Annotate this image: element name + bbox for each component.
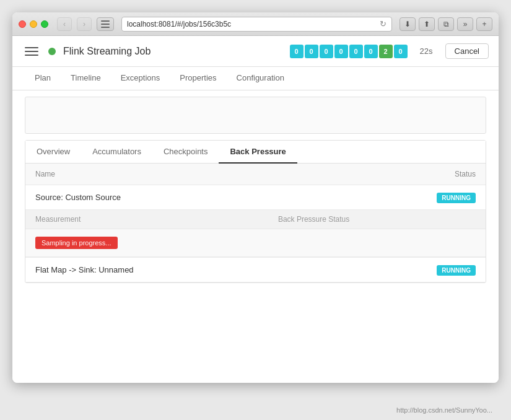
- sub-panel: OverviewAccumulatorsCheckpointsBack Pres…: [25, 140, 486, 283]
- maximize-button[interactable]: [41, 20, 48, 28]
- status-badge-6: 2: [379, 45, 393, 58]
- refresh-button[interactable]: ↻: [380, 19, 387, 28]
- svg-rect-0: [101, 20, 110, 22]
- data-table: Name Status Source: Custom Source RUNNIN…: [25, 164, 486, 282]
- back-pressure-status-cell: [268, 229, 486, 257]
- status-badge-2: 0: [320, 45, 333, 58]
- table-header-row: Name Status: [25, 164, 486, 185]
- inner-table-row: Sampling in progress...: [25, 229, 486, 257]
- hamburger-menu-button[interactable]: [22, 42, 41, 61]
- sub-tabs: OverviewAccumulatorsCheckpointsBack Pres…: [25, 141, 486, 164]
- sidebar-toggle-button[interactable]: [97, 17, 114, 31]
- browser-content: Flink Streaming Job 00000020 22s Cancel …: [12, 36, 499, 383]
- close-button[interactable]: [19, 20, 26, 28]
- svg-rect-2: [101, 27, 110, 28]
- browser-titlebar: ‹ › localhost:8081/#/jobs/156c3b5c ↻ ⬇ ⬆…: [12, 12, 499, 36]
- inner-column-header: Back Pressure Status: [268, 210, 486, 229]
- browser-actions: ⬇ ⬆ ⧉ » +: [400, 17, 492, 31]
- nav-tab-exceptions[interactable]: Exceptions: [111, 67, 170, 90]
- table-row[interactable]: Source: Custom Source RUNNING: [25, 185, 486, 210]
- status-badge-0: 0: [290, 45, 304, 58]
- expanded-cell: MeasurementBack Pressure Status Sampling…: [25, 210, 486, 258]
- name-column-header: Name: [25, 164, 333, 185]
- inner-column-header: Measurement: [25, 210, 268, 229]
- status-column-header: Status: [333, 164, 486, 185]
- running-badge: RUNNING: [437, 193, 476, 203]
- minimize-button[interactable]: [30, 20, 37, 28]
- row-status: RUNNING: [333, 258, 486, 282]
- browser-window: ‹ › localhost:8081/#/jobs/156c3b5c ↻ ⬇ ⬆…: [12, 12, 499, 383]
- status-badges: 00000020: [290, 45, 408, 58]
- expanded-row: MeasurementBack Pressure Status Sampling…: [25, 210, 486, 258]
- status-badge-5: 0: [364, 45, 378, 58]
- back-button[interactable]: ‹: [57, 17, 72, 31]
- nav-tab-plan[interactable]: Plan: [25, 67, 61, 90]
- sub-tab-checkpoints[interactable]: Checkpoints: [152, 141, 219, 164]
- share-button[interactable]: ⬆: [419, 17, 435, 31]
- status-badge-7: 0: [394, 45, 408, 58]
- app-header: Flink Streaming Job 00000020 22s Cancel: [12, 36, 499, 67]
- running-badge: RUNNING: [437, 265, 476, 276]
- measurement-cell: Sampling in progress...: [25, 229, 268, 257]
- job-title: Flink Streaming Job: [63, 46, 282, 57]
- job-status-indicator: [48, 48, 56, 55]
- row-name: Flat Map -> Sink: Unnamed: [25, 258, 333, 282]
- new-tab-button[interactable]: +: [476, 17, 492, 31]
- url-text: localhost:8081/#/jobs/156c3b5c: [127, 20, 376, 28]
- sub-tab-back-pressure[interactable]: Back Pressure: [219, 141, 297, 164]
- status-badge-4: 0: [349, 45, 363, 58]
- forward-button[interactable]: ›: [77, 17, 92, 31]
- nav-tab-configuration[interactable]: Configuration: [227, 67, 294, 90]
- address-bar[interactable]: localhost:8081/#/jobs/156c3b5c ↻: [121, 17, 392, 32]
- row-name: Source: Custom Source: [25, 185, 333, 210]
- svg-rect-1: [101, 24, 110, 25]
- nav-tabs-bar: PlanTimelineExceptionsPropertiesConfigur…: [12, 67, 499, 90]
- traffic-lights: [19, 20, 48, 28]
- nav-tab-properties[interactable]: Properties: [170, 67, 226, 90]
- status-badge-1: 0: [305, 45, 318, 58]
- more-button[interactable]: »: [457, 17, 473, 31]
- footer-url: http://blog.csdn.net/SunnyYoo...: [396, 406, 492, 414]
- sub-tab-accumulators[interactable]: Accumulators: [81, 141, 152, 164]
- download-button[interactable]: ⬇: [400, 17, 416, 31]
- cancel-button[interactable]: Cancel: [445, 43, 489, 59]
- duplicate-button[interactable]: ⧉: [438, 17, 454, 31]
- inner-table: MeasurementBack Pressure Status Sampling…: [25, 210, 486, 257]
- sub-tab-overview[interactable]: Overview: [25, 141, 81, 164]
- sampling-badge: Sampling in progress...: [35, 237, 118, 249]
- job-timer: 22s: [420, 46, 433, 56]
- nav-tab-timeline[interactable]: Timeline: [61, 67, 111, 90]
- status-badge-3: 0: [334, 45, 348, 58]
- table-row[interactable]: Flat Map -> Sink: Unnamed RUNNING: [25, 258, 486, 282]
- graph-area: [25, 97, 486, 134]
- row-status: RUNNING: [333, 185, 486, 210]
